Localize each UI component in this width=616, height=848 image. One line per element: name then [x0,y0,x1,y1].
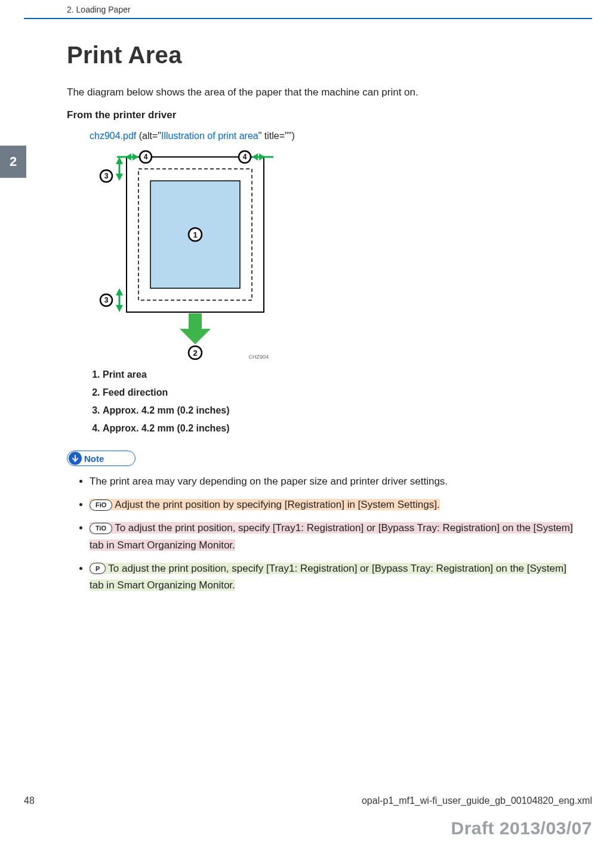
callout-2: 2 [189,346,202,359]
svg-marker-26 [180,329,211,344]
note-text: Adjust the print position by specifying … [115,499,439,510]
note-text: The print area may vary depending on the… [90,476,448,487]
note-header: Note [67,451,135,466]
svg-marker-14 [116,157,123,164]
callout-1: 1 [189,228,202,241]
svg-text:4: 4 [243,153,247,161]
chapter-label: 2. Loading Paper [67,5,131,14]
model-pill-p: P [90,563,106,574]
alt-close: " title="") [258,131,295,141]
page-title: Print Area [67,42,580,69]
note-item: TiOTo adjust the print position, specify… [90,520,580,554]
legend-item: Approx. 4.2 mm (0.2 inches) [103,423,580,434]
print-area-diagram: 4 4 3 [96,145,580,362]
chapter-side-tab-number: 2 [10,154,17,169]
note-list: The print area may vary depending on the… [78,473,580,594]
page-number: 48 [24,795,35,806]
svg-text:3: 3 [104,296,109,304]
alt-open: (alt=" [136,131,161,141]
draft-stamp: Draft 2013/03/07 [451,818,593,838]
callout-4-right: 4 [239,151,251,163]
chapter-side-tab: 2 [0,146,26,178]
note-item: The print area may vary depending on the… [90,473,580,491]
diagram-caption: CHZ904 [248,354,269,360]
note-item: FiOAdjust the print position by specifyi… [90,497,580,514]
figure-filename-link[interactable]: chz904.pdf [90,131,136,141]
diagram-legend-list: Print area Feed direction Approx. 4.2 mm… [90,369,580,434]
svg-marker-20 [116,305,123,312]
running-header: 2. Loading Paper [0,0,616,17]
section-subhead: From the printer driver [67,109,580,121]
svg-text:4: 4 [144,153,148,161]
figure-alt-text: Illustration of print area [161,131,258,141]
down-arrow-icon [69,452,82,465]
intro-text: The diagram below shows the area of the … [67,87,580,98]
note-item: PTo adjust the print position, specify [… [90,560,580,595]
note-label: Note [84,454,104,464]
svg-marker-15 [116,174,123,181]
figure-source-reference: chz904.pdf (alt="Illustration of print a… [90,131,580,141]
header-rule [24,18,592,19]
dimension-arrow-3-top [116,157,123,181]
svg-rect-25 [189,313,202,330]
svg-text:2: 2 [193,349,197,357]
note-text: To adjust the print position, specify [T… [90,522,573,551]
note-text: To adjust the print position, specify [T… [90,563,566,591]
svg-text:1: 1 [193,230,197,239]
callout-3-top: 3 [100,170,112,182]
callout-4-left: 4 [140,151,152,163]
legend-item: Feed direction [103,387,580,398]
legend-item: Approx. 4.2 mm (0.2 inches) [103,405,580,416]
callout-3-bottom: 3 [100,294,112,306]
feed-direction-arrow [180,313,211,344]
source-filename: opal-p1_mf1_wi-fi_user_guide_gb_00104820… [362,795,592,806]
model-pill-tio: TiO [90,523,112,534]
dimension-arrow-3-bottom [116,288,123,312]
model-pill-fio: FiO [90,499,112,511]
legend-item: Print area [103,369,580,380]
svg-text:3: 3 [104,172,109,180]
svg-marker-19 [116,288,123,295]
page-footer: 48 opal-p1_mf1_wi-fi_user_guide_gb_00104… [24,795,592,806]
